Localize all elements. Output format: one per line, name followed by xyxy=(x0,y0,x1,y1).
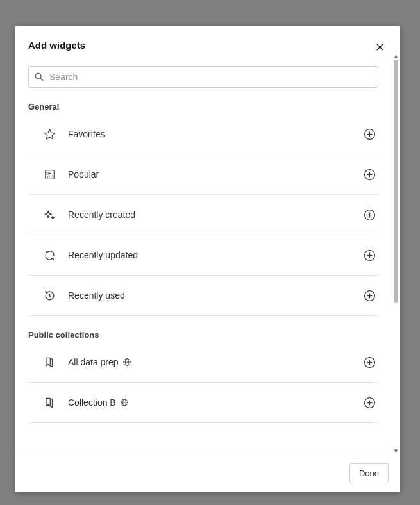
plus-circle-icon xyxy=(364,128,376,140)
history-icon xyxy=(42,288,56,302)
scroll-arrow-down-icon: ▼ xyxy=(392,448,399,454)
plus-circle-icon xyxy=(364,397,376,409)
widget-row-collection-b: Collection B xyxy=(28,383,378,423)
plus-circle-icon xyxy=(364,290,376,302)
svg-marker-4 xyxy=(44,129,55,138)
widget-row-popular: Popular xyxy=(28,154,378,195)
plus-circle-icon xyxy=(364,356,376,368)
svg-point-2 xyxy=(35,73,41,79)
add-button[interactable] xyxy=(361,247,378,264)
popular-icon xyxy=(42,167,56,181)
search-input[interactable] xyxy=(44,72,373,82)
globe-icon xyxy=(122,358,131,367)
widget-row-recently-used: Recently used xyxy=(28,276,378,316)
add-button[interactable] xyxy=(361,126,378,143)
search-icon xyxy=(34,72,44,82)
widget-row-all-data-prep: All data prep xyxy=(28,342,378,383)
scrollbar[interactable] xyxy=(394,60,398,449)
bookmark-collection-icon xyxy=(42,395,56,410)
close-icon xyxy=(375,42,385,52)
modal-body: General Favorites Popular xyxy=(15,54,391,454)
plus-circle-icon xyxy=(364,209,376,221)
done-button[interactable]: Done xyxy=(349,463,389,483)
modal-title: Add widgets xyxy=(28,40,85,51)
general-list: Favorites Popular xyxy=(28,114,378,316)
widget-row-favorites: Favorites xyxy=(28,114,378,154)
sparkle-icon xyxy=(42,208,56,222)
widget-row-recently-created: Recently created xyxy=(28,195,378,235)
star-icon xyxy=(42,127,56,141)
widget-label-text: All data prep xyxy=(68,357,119,367)
search-box[interactable] xyxy=(28,66,378,88)
widget-row-recently-updated: Recently updated xyxy=(28,235,378,276)
modal-footer: Done xyxy=(15,454,400,492)
modal-scroll-area: ▲ ▼ General Favorites xyxy=(15,54,400,454)
globe-icon xyxy=(120,398,129,407)
add-button[interactable] xyxy=(361,354,378,371)
widget-label: Favorites xyxy=(68,129,361,139)
widget-label: Recently used xyxy=(68,290,361,301)
scrollbar-thumb[interactable] xyxy=(394,60,398,303)
widget-label: Recently created xyxy=(68,210,361,220)
widget-label: Collection B xyxy=(68,397,361,408)
add-button[interactable] xyxy=(361,394,378,411)
add-button[interactable] xyxy=(361,287,378,304)
add-button[interactable] xyxy=(361,206,378,224)
refresh-icon xyxy=(42,248,56,262)
bookmark-collection-icon xyxy=(42,355,56,369)
public-collections-list: All data prep Collection B xyxy=(28,342,378,423)
modal-header: Add widgets xyxy=(15,26,400,54)
plus-circle-icon xyxy=(364,249,376,261)
close-button[interactable] xyxy=(373,40,387,54)
widget-label: Recently updated xyxy=(68,250,361,260)
svg-line-3 xyxy=(40,78,43,81)
add-button[interactable] xyxy=(361,166,378,183)
widget-label-text: Collection B xyxy=(68,397,116,408)
widget-label: Popular xyxy=(68,169,361,179)
add-widgets-modal: Add widgets ▲ ▼ General Favorites xyxy=(15,26,400,492)
section-title-general: General xyxy=(28,102,378,112)
widget-label: All data prep xyxy=(68,357,361,367)
plus-circle-icon xyxy=(364,169,376,181)
section-title-public-collections: Public collections xyxy=(28,330,378,340)
